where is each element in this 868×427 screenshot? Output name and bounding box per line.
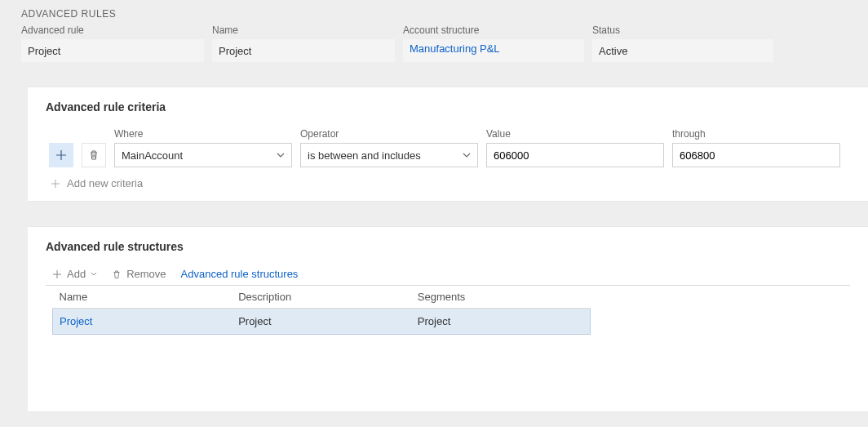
value-label: Value	[486, 128, 664, 140]
status-label: Status	[592, 24, 773, 36]
header-fields: Advanced rule Name Account structure Man…	[21, 24, 868, 62]
add-criteria-button[interactable]	[49, 143, 73, 167]
name-label: Name	[212, 24, 395, 36]
where-label: Where	[114, 128, 292, 140]
structures-table: Name Description Segments Project Projec…	[52, 286, 591, 335]
trash-icon	[88, 149, 100, 161]
status-input[interactable]	[592, 39, 773, 62]
account-structure-label: Account structure	[403, 24, 584, 36]
chevron-down-icon	[91, 272, 97, 276]
account-structure-link[interactable]: Manufacturing P&L	[403, 39, 584, 62]
remove-structure-button[interactable]: Remove	[112, 268, 166, 280]
table-row[interactable]: Project Project Project	[53, 309, 591, 335]
delete-criteria-button[interactable]	[82, 143, 106, 167]
trash-icon	[112, 269, 122, 279]
where-value: MainAccount	[122, 149, 183, 162]
criteria-title: Advanced rule criteria	[46, 100, 850, 113]
col-name[interactable]: Name	[53, 286, 232, 309]
operator-value: is between and includes	[308, 149, 421, 162]
advanced-rule-label: Advanced rule	[21, 24, 204, 36]
plus-icon	[51, 179, 60, 189]
row-name[interactable]: Project	[53, 309, 232, 335]
structures-panel: Advanced rule structures Add Remove Adva…	[28, 226, 868, 412]
plus-icon	[52, 269, 62, 279]
row-segments: Project	[411, 309, 591, 335]
criteria-panel: Advanced rule criteria Where MainAccount	[28, 87, 868, 202]
structures-title: Advanced rule structures	[46, 240, 850, 253]
through-input[interactable]	[672, 143, 840, 167]
row-description: Project	[232, 309, 411, 335]
plus-icon	[55, 149, 67, 161]
section-title: ADVANCED RULES	[21, 8, 868, 20]
add-structure-button[interactable]: Add	[52, 268, 97, 280]
add-label: Add	[67, 268, 86, 280]
add-new-criteria-label: Add new criteria	[67, 177, 143, 189]
name-input[interactable]	[212, 39, 395, 62]
where-select[interactable]: MainAccount	[114, 143, 292, 167]
value-input[interactable]	[486, 143, 664, 167]
chevron-down-icon	[463, 153, 471, 158]
col-description[interactable]: Description	[232, 286, 411, 309]
operator-label: Operator	[300, 128, 478, 140]
col-segments[interactable]: Segments	[411, 286, 591, 309]
through-label: through	[672, 128, 840, 140]
advanced-rule-input[interactable]	[21, 39, 204, 62]
chevron-down-icon	[277, 153, 285, 158]
advanced-rule-structures-link[interactable]: Advanced rule structures	[181, 268, 299, 280]
remove-label: Remove	[126, 268, 166, 280]
operator-select[interactable]: is between and includes	[300, 143, 478, 167]
add-new-criteria-link[interactable]: Add new criteria	[51, 177, 850, 189]
